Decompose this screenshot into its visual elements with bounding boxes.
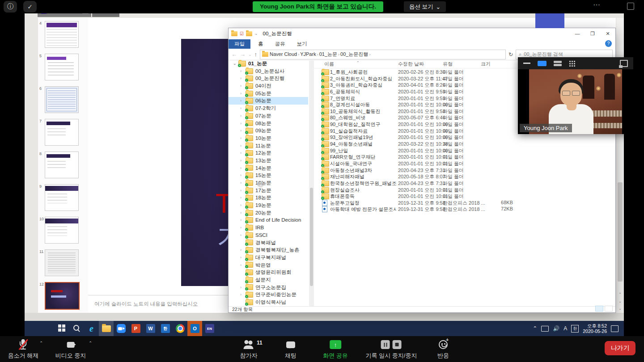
expander-icon[interactable]: › (240, 187, 246, 194)
tree-item[interactable]: ›✓17논문 (229, 187, 308, 194)
tree-scrollbar[interactable] (309, 60, 314, 307)
table-row[interactable]: ✓현장실습조사2020-01-01 오전 10:01파일 폴더 (314, 186, 615, 193)
tree-item[interactable]: ›✓05논문 (229, 90, 308, 97)
expander-icon[interactable]: › (240, 67, 246, 75)
expander-icon[interactable]: › (240, 120, 246, 127)
column-header-type[interactable]: 유형 (443, 61, 453, 67)
tree-item[interactable]: ›✓13논문 (229, 157, 308, 164)
minimize-button[interactable]: — (570, 28, 585, 39)
table-row[interactable]: ✓아동청소년패널3차2020-04-23 오후 7:31파일 폴더 (314, 167, 615, 173)
expander-icon[interactable]: › (240, 90, 246, 97)
expander-icon[interactable]: › (240, 142, 246, 150)
expander-icon[interactable]: › (240, 97, 246, 105)
table-row[interactable]: ✓FARR모형_연구재단2020-01-01 오전 10:01파일 폴더 (314, 153, 615, 160)
stop-video-button[interactable]: 비디오 중지 (55, 339, 86, 360)
scroll-down-button[interactable]: ⌄ (617, 306, 623, 312)
expander-icon[interactable]: › (240, 172, 246, 179)
scrollbar-thumb[interactable] (310, 188, 313, 286)
slide-thumbnail-4[interactable] (45, 21, 79, 48)
tree-item[interactable]: ✓생명윤리위원회 (229, 269, 308, 276)
action-center-icon[interactable] (611, 325, 619, 332)
tree-item[interactable]: ›✓16논문 (229, 179, 308, 187)
tree-item[interactable]: ›✓End of Life Decision (229, 216, 308, 224)
expander-icon[interactable]: › (240, 194, 246, 202)
start-button[interactable] (55, 321, 69, 336)
slide-thumbnail-11[interactable] (45, 249, 79, 276)
breadcrumb-segment[interactable]: 00_논문진행 (340, 51, 368, 57)
strip-view-icon[interactable] (554, 61, 562, 66)
ribbon-tab-share[interactable]: 공유 (269, 39, 291, 49)
quick-access-caret-icon[interactable]: ⌄ (254, 31, 258, 36)
table-row[interactable]: ✓휴대폰중독2020-01-01 오전 10:01파일 폴더 (314, 193, 615, 199)
slide-thumbnail-6[interactable] (45, 86, 79, 113)
tree-item[interactable]: ›✓15논문 (229, 172, 308, 179)
expander-icon[interactable]: › (240, 284, 246, 291)
leave-meeting-button[interactable]: 나가기 (605, 341, 636, 355)
tree-item[interactable]: ›✓박은영 (229, 261, 308, 269)
expander-icon[interactable]: › (240, 254, 246, 261)
tree-item[interactable]: ✓경북패널 (229, 239, 308, 247)
expander-icon[interactable]: › (240, 135, 246, 142)
word-icon[interactable]: W (143, 321, 158, 336)
refresh-icon[interactable]: ↻ (508, 51, 513, 58)
expander-icon[interactable]: › (240, 291, 246, 299)
help-icon[interactable]: ? (605, 40, 612, 47)
expander-icon[interactable]: › (240, 209, 246, 217)
expander-icon[interactable]: › (240, 112, 246, 120)
tree-item[interactable]: ›✓12논문 (229, 149, 308, 157)
tree-item[interactable]: ›✓10논문 (229, 135, 308, 142)
expander-icon[interactable]: › (240, 246, 246, 254)
tree-item[interactable]: ›✓14논문 (229, 164, 308, 172)
slide-thumbnail-12[interactable] (45, 282, 80, 310)
tree-item[interactable]: ›✓SSCI (229, 232, 308, 239)
back-icon[interactable]: ← (231, 51, 237, 58)
mic-options-chevron[interactable]: ⌃ (39, 341, 43, 345)
ribbon-tab-file[interactable]: 파일 (229, 39, 250, 49)
forward-icon[interactable]: → (240, 51, 246, 58)
chat-button[interactable]: 채팅 (285, 339, 297, 360)
table-row[interactable]: ✓재난피해자패널2020-05-18 오후 8:07파일 폴더 (314, 173, 615, 180)
internet-explorer-icon[interactable]: e (84, 321, 99, 336)
tree-item[interactable]: ✓이영식목사님 (229, 299, 308, 306)
pause-recording-icon[interactable] (381, 340, 390, 349)
ribbon-tab-view[interactable]: 보기 (291, 39, 313, 49)
more-options-icon[interactable]: ⋯ (593, 0, 601, 9)
table-row[interactable]: ✓99_난일2020-01-01 오전 10:00파일 폴더 (314, 147, 615, 154)
zoom-app-icon[interactable] (114, 321, 128, 336)
expander-icon[interactable]: › (240, 224, 246, 232)
stop-recording-icon[interactable] (393, 340, 402, 349)
quick-access-folder-icon[interactable] (246, 31, 252, 36)
tree-item[interactable]: ›✓00_논문심사 (229, 67, 308, 75)
tree-item[interactable]: ›✓07논문 (229, 112, 308, 120)
expander-icon[interactable]: › (240, 202, 246, 209)
gallery-view-icon[interactable] (569, 60, 575, 67)
table-row[interactable]: ✓시설아동_국내연구2020-01-01 오전 10:01파일 폴더 (314, 160, 615, 167)
search-button[interactable] (69, 321, 84, 336)
table-row[interactable]: ✓94_아동청소년패널2020-03-22 오전 10:38파일 폴더 (314, 140, 615, 147)
scrollbar-thumb[interactable] (618, 182, 623, 282)
expander-icon[interactable]: › (240, 261, 246, 269)
breadcrumb-segment[interactable]: 01_논문 (319, 51, 337, 57)
ime-latin-indicator[interactable]: A (564, 325, 567, 332)
history-caret-icon[interactable]: ⌄ (248, 52, 252, 57)
column-header-size[interactable]: 크기 (481, 61, 491, 67)
next-slide-button[interactable]: ⌄ (617, 299, 623, 305)
details-view-button[interactable] (595, 306, 603, 311)
info-icon[interactable]: ⓘ (4, 1, 17, 13)
close-button[interactable]: ✕ (600, 28, 615, 39)
quick-access-check-icon[interactable]: ☑ (240, 31, 244, 36)
network-icon[interactable] (541, 326, 549, 332)
previous-slide-button[interactable]: ⌃ (617, 291, 623, 298)
slide-thumbnail-9[interactable] (45, 184, 79, 211)
taskbar-clock[interactable]: 오후 8:52 2020-05-26 (583, 323, 607, 334)
expander-icon[interactable]: › (240, 82, 246, 90)
tree-item[interactable]: ›✓18논문 (229, 194, 308, 202)
tree-item[interactable]: ›✓연구소논문집 (229, 284, 308, 291)
ribbon-tab-home[interactable]: 홈 (252, 39, 269, 49)
endnote-icon[interactable]: EN (202, 321, 217, 336)
participants-button[interactable]: 11 참가자 (240, 339, 258, 360)
expander-icon[interactable]: › (240, 216, 246, 224)
view-options-button[interactable]: 옵션 보기 ⌄ (404, 1, 446, 12)
table-row[interactable]: 아동학대 예방 전문가 설문조사 설문지2019-12-31 오후 9:58한컴… (314, 206, 615, 212)
table-row[interactable]: ✓93_장애인패널19년2020-01-01 오전 10:00파일 폴더 (314, 134, 615, 140)
